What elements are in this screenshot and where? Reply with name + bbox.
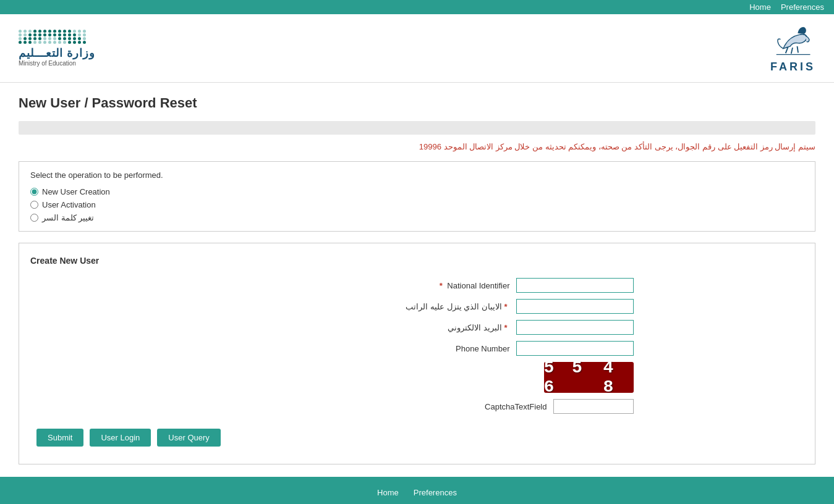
user-creation-form: * National Identifier * الايبان الذي يتز…: [201, 278, 634, 414]
user-login-button[interactable]: User Login: [90, 429, 151, 447]
radio-new-user[interactable]: New User Creation: [30, 187, 804, 196]
phone-input[interactable]: [516, 341, 634, 356]
faris-icon: [774, 20, 811, 61]
captcha-text-label: CaptchaTextField: [423, 402, 547, 411]
ministry-logo: وزارة التعـــليم Ministry of Education: [19, 30, 95, 67]
user-query-button[interactable]: User Query: [157, 429, 220, 447]
phone-row: Phone Number: [201, 341, 634, 356]
page-footer: Home Preferences الحقوق محفوظة-وزارة الت…: [0, 477, 834, 504]
required-star-2: *: [504, 302, 507, 311]
arabic-notice: سيتم إرسال رمز التفعيل على رقم الجوال، ي…: [19, 142, 815, 151]
radio-user-activation-label: User Activation: [42, 200, 96, 209]
captcha-text-row: CaptchaTextField: [201, 399, 634, 414]
radio-new-user-input[interactable]: [30, 188, 38, 196]
operation-selection-box: Select the operation to be performed. Ne…: [19, 161, 815, 232]
svg-line-1: [791, 48, 793, 54]
phone-label: Phone Number: [386, 344, 510, 353]
national-id-input[interactable]: [516, 278, 634, 293]
main-content: New User / Password Reset سيتم إرسال رمز…: [0, 83, 834, 477]
form-buttons: Submit User Login User Query: [30, 429, 804, 447]
required-star-3: *: [504, 323, 507, 332]
topnav-preferences-link[interactable]: Preferences: [781, 2, 824, 12]
page-header: وزارة التعـــليم Ministry of Education: [0, 14, 834, 83]
operation-prompt: Select the operation to be performed.: [30, 170, 804, 180]
top-navigation: Home Preferences: [0, 0, 834, 14]
radio-change-password-label: تغيير كلمة السر: [42, 213, 94, 222]
radio-change-password[interactable]: تغيير كلمة السر: [30, 213, 804, 222]
create-user-box: Create New User * National Identifier * …: [19, 243, 815, 464]
radio-new-user-label: New User Creation: [42, 187, 110, 196]
required-star: *: [440, 281, 443, 290]
logo-dots: [19, 30, 87, 44]
footer-preferences-link[interactable]: Preferences: [414, 488, 457, 497]
captcha-image-row: 5 5 64 8: [201, 362, 634, 393]
radio-user-activation-input[interactable]: [30, 201, 38, 209]
info-bar: [19, 121, 815, 135]
captcha-text-input[interactable]: [553, 399, 634, 414]
svg-line-2: [798, 46, 799, 53]
submit-button[interactable]: Submit: [36, 429, 83, 447]
iban-input[interactable]: [516, 299, 634, 314]
ministry-name-arabic: وزارة التعـــليم: [19, 46, 95, 60]
national-id-row: * National Identifier: [201, 278, 634, 293]
email-input[interactable]: [516, 320, 634, 335]
radio-user-activation[interactable]: User Activation: [30, 200, 804, 209]
topnav-home-link[interactable]: Home: [749, 2, 771, 12]
page-title: New User / Password Reset: [19, 95, 815, 111]
operation-radio-group: New User Creation User Activation تغيير …: [30, 187, 804, 222]
radio-change-password-input[interactable]: [30, 214, 38, 222]
footer-links: Home Preferences: [10, 488, 824, 497]
faris-logo: FARIS: [770, 20, 815, 76]
faris-label: FARIS: [770, 61, 815, 74]
iban-label: * الايبان الذي يتزل عليه الراتب: [386, 302, 510, 311]
iban-row: * الايبان الذي يتزل عليه الراتب: [201, 299, 634, 314]
ministry-name-english: Ministry of Education: [19, 60, 76, 67]
captcha-image: 5 5 64 8: [544, 362, 634, 393]
national-id-label: * National Identifier: [386, 281, 510, 290]
email-label: * البريد الالكتروني: [386, 323, 510, 332]
email-row: * البريد الالكتروني: [201, 320, 634, 335]
footer-home-link[interactable]: Home: [377, 488, 399, 497]
create-user-title: Create New User: [30, 256, 804, 266]
